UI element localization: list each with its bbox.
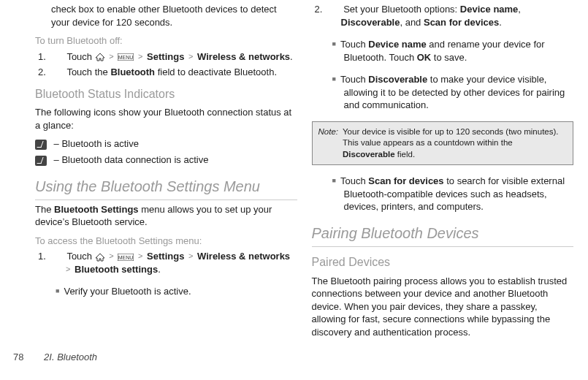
text: field. xyxy=(395,150,416,159)
chevron-right-icon: > xyxy=(64,265,72,273)
page-number: 78 xyxy=(13,352,23,362)
sub-bullet: ■Touch Device name and rename your devic… xyxy=(344,38,574,64)
label-wireless: Wireless & networks xyxy=(197,51,290,62)
section-label: 2I. Bluetooth xyxy=(44,352,97,362)
period: . xyxy=(290,51,293,62)
label-discoverable: Discoverable xyxy=(368,74,427,85)
step-text: field to deactivate Bluetooth. xyxy=(155,66,277,77)
text: Verify your Bluetooth is active. xyxy=(64,286,191,297)
status-intro: The following icons show your Bluetooth … xyxy=(35,106,297,132)
chevron-right-icon: > xyxy=(187,52,194,61)
access-steps: 1. Touch > MENU > Settings > Wireless & … xyxy=(35,250,297,276)
label-bt-settings: Bluetooth settings xyxy=(75,264,158,275)
sub-bullet: ■Touch Discoverable to make your device … xyxy=(344,73,574,112)
home-icon xyxy=(95,253,105,262)
fragment-top: check box to enable other Bluetooth devi… xyxy=(51,3,297,28)
chevron-right-icon: > xyxy=(107,251,115,260)
note-label: Note: xyxy=(318,126,339,161)
label-bluetooth: Bluetooth xyxy=(110,66,155,77)
heading-paired-devices: Paired Devices xyxy=(312,254,574,270)
heading-status-indicators: Bluetooth Status Indicators xyxy=(35,86,297,102)
heading-using-menu: Using the Bluetooth Settings Menu xyxy=(35,177,297,200)
list-item: 1. Touch > MENU > Settings > Wireless & … xyxy=(64,250,297,276)
step-number: 2. xyxy=(51,66,64,79)
status-row: – Bluetooth is active xyxy=(35,137,297,151)
text: Your device is visible for up to 120 sec… xyxy=(343,127,559,148)
using-intro: The Bluetooth Settings menu allows you t… xyxy=(35,203,297,229)
bluetooth-active-icon xyxy=(35,140,47,150)
left-column: check box to enable other Bluetooth devi… xyxy=(35,0,297,351)
text: , and xyxy=(400,17,424,28)
square-bullet-icon: ■ xyxy=(332,177,336,184)
note-box: Note: Your device is visible for up to 1… xyxy=(312,121,574,166)
label-scan: Scan for devices xyxy=(424,17,499,28)
page-columns: check box to enable other Bluetooth devi… xyxy=(0,0,588,351)
status-label: – Bluetooth data connection is active xyxy=(51,154,208,165)
label-device-name: Device name xyxy=(368,39,427,50)
text: Touch xyxy=(340,39,368,50)
label-ok: OK xyxy=(417,52,432,63)
chevron-right-icon: > xyxy=(137,251,144,260)
square-bullet-icon: ■ xyxy=(56,287,59,294)
text: Touch xyxy=(340,74,368,85)
label-discoverable: Discoverable xyxy=(341,17,400,28)
turn-off-steps: 1. Touch > MENU > Settings > Wireless & … xyxy=(35,50,297,79)
paired-body: The Bluetooth pairing process allows you… xyxy=(312,275,574,339)
sub-bullet: ■Touch Scan for devices to search for vi… xyxy=(344,175,574,213)
step-number: 1. xyxy=(51,250,64,263)
heading-access-menu: To access the Bluetooth Settings menu: xyxy=(35,235,297,248)
home-icon xyxy=(95,53,105,61)
bluetooth-data-icon xyxy=(35,156,47,166)
right-column: 2. Set your Bluetooth options: Device na… xyxy=(312,0,574,351)
text: The xyxy=(35,204,54,215)
step-number: 2. xyxy=(328,3,341,16)
label-settings: Settings xyxy=(147,51,184,62)
label-discoverable: Discoverable xyxy=(343,150,395,159)
label-wireless: Wireless & networks xyxy=(197,251,290,262)
label-device-name: Device name xyxy=(460,4,519,15)
step-text: Touch xyxy=(66,51,94,62)
label-scan: Scan for devices xyxy=(368,175,443,186)
step-text: Touch xyxy=(66,251,94,262)
status-row: – Bluetooth data connection is active xyxy=(35,153,297,167)
right-steps: 2. Set your Bluetooth options: Device na… xyxy=(312,3,574,28)
label-settings: Settings xyxy=(147,251,184,262)
square-bullet-icon: ■ xyxy=(332,75,336,83)
step-text: Set your Bluetooth options: xyxy=(343,4,460,15)
svg-text:MENU: MENU xyxy=(118,255,134,260)
sub-bullet: ■Verify your Bluetooth is active. xyxy=(67,285,297,298)
chevron-right-icon: > xyxy=(107,52,115,61)
list-item: 2. Set your Bluetooth options: Device na… xyxy=(341,3,574,28)
period: . xyxy=(499,17,502,28)
period: . xyxy=(158,264,161,275)
menu-icon: MENU xyxy=(118,254,134,261)
text: , xyxy=(518,4,521,15)
status-label: – Bluetooth is active xyxy=(51,138,139,149)
page-footer: 78 2I. Bluetooth xyxy=(0,351,588,364)
list-item: 1. Touch > MENU > Settings > Wireless & … xyxy=(64,50,297,64)
heading-pairing: Pairing Bluetooth Devices xyxy=(312,224,574,247)
step-number: 1. xyxy=(51,50,64,64)
chevron-right-icon: > xyxy=(137,52,144,61)
menu-icon: MENU xyxy=(118,53,134,61)
list-item: 2. Touch the Bluetooth field to deactiva… xyxy=(64,66,297,79)
step-text: Touch the xyxy=(66,66,110,77)
text: to save. xyxy=(431,52,467,63)
chevron-right-icon: > xyxy=(187,251,194,260)
svg-text:MENU: MENU xyxy=(118,55,134,60)
label-bt-settings: Bluetooth Settings xyxy=(54,204,139,215)
note-body: Your device is visible for up to 120 sec… xyxy=(343,126,567,161)
square-bullet-icon: ■ xyxy=(332,40,336,48)
text: Touch xyxy=(340,175,368,186)
heading-turn-off: To turn Bluetooth off: xyxy=(35,34,297,48)
